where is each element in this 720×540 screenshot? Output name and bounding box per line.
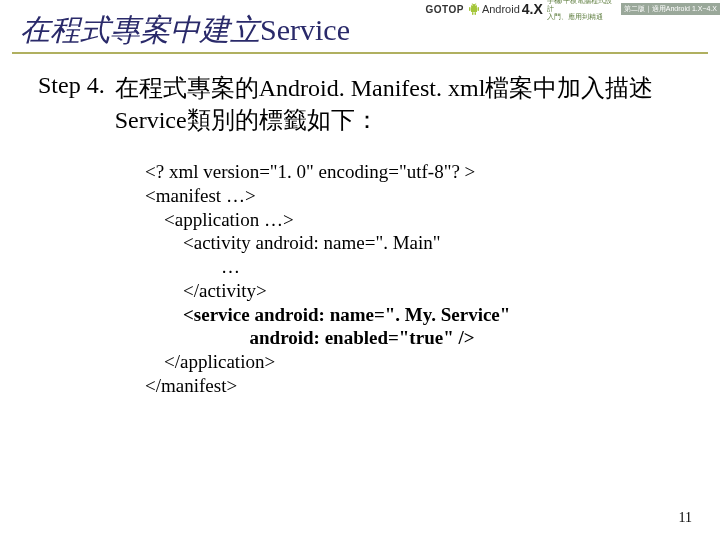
svg-rect-1 — [469, 7, 471, 11]
code-l1: <? xml version="1. 0" encoding="utf-8"? … — [145, 161, 475, 182]
svg-rect-0 — [471, 7, 477, 12]
part-badge: 第二版｜適用Android 1.X~4.X — [621, 3, 720, 15]
title-underline — [12, 52, 708, 54]
svg-point-8 — [475, 5, 476, 6]
android-logo: Android 4.X — [468, 1, 543, 17]
code-l9: </application> — [145, 351, 275, 372]
step-label: Step 4. — [38, 72, 115, 99]
book-subtitle: 手機/平板電腦程式設計 入門、應用到精通 — [547, 0, 617, 21]
title-zh: 在程式專案中建立 — [20, 13, 260, 46]
gotop-logo: GOTOP — [425, 4, 463, 15]
code-l2: <manifest …> — [145, 185, 256, 206]
code-l3: <application …> — [145, 209, 294, 230]
header-branding: GOTOP Android 4.X 手機/平板電腦程式設計 入門、應用到精通 第… — [425, 0, 720, 18]
version-text: 4.X — [522, 1, 543, 17]
code-l7-bold: <service android: name=". My. Service" — [183, 304, 510, 325]
title-latin: Service — [260, 13, 350, 46]
svg-line-6 — [475, 3, 476, 5]
svg-rect-3 — [472, 12, 474, 15]
code-l4: <activity android: name=". Main" — [145, 232, 441, 253]
svg-rect-4 — [474, 12, 476, 15]
step-desc-zh3: 類別的標籤如下： — [187, 107, 379, 133]
svg-rect-2 — [477, 7, 479, 11]
page-title: 在程式專案中建立Service — [20, 10, 350, 51]
code-l8-indent — [145, 327, 250, 348]
code-l6: </activity> — [145, 280, 267, 301]
step-block: Step 4. 在程式專案的Android. Manifest. xml檔案中加… — [38, 72, 690, 137]
step-desc-latin2: Service — [115, 107, 187, 133]
step-description: 在程式專案的Android. Manifest. xml檔案中加入描述Servi… — [115, 72, 690, 137]
code-block: <? xml version="1. 0" encoding="utf-8"? … — [145, 160, 510, 398]
code-l10: </manifest> — [145, 375, 237, 396]
step-desc-zh2: 檔案中加入描述 — [485, 75, 653, 101]
code-l7-indent — [145, 304, 183, 325]
android-text: Android — [482, 3, 520, 15]
book-line2: 入門、應用到精通 — [547, 13, 617, 21]
page-number: 11 — [679, 510, 692, 526]
code-l5: … — [145, 256, 240, 277]
android-robot-icon — [468, 2, 480, 16]
step-desc-latin1: Android. Manifest. xml — [259, 75, 486, 101]
book-line1: 手機/平板電腦程式設計 — [547, 0, 617, 13]
svg-point-7 — [472, 5, 473, 6]
svg-line-5 — [472, 3, 473, 5]
code-l8-bold: android: enabled="true" /> — [250, 327, 475, 348]
step-desc-zh1: 在程式專案的 — [115, 75, 259, 101]
